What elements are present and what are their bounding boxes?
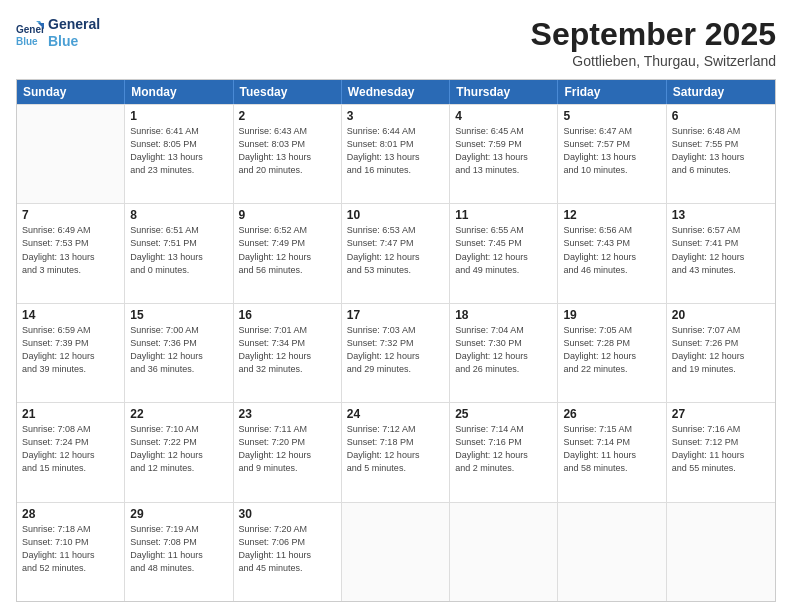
day-info: Sunrise: 7:11 AM Sunset: 7:20 PM Dayligh…: [239, 423, 336, 475]
day-number: 7: [22, 208, 119, 222]
day-info: Sunrise: 7:19 AM Sunset: 7:08 PM Dayligh…: [130, 523, 227, 575]
day-info: Sunrise: 6:59 AM Sunset: 7:39 PM Dayligh…: [22, 324, 119, 376]
day-number: 6: [672, 109, 770, 123]
calendar-header-cell: Friday: [558, 80, 666, 104]
calendar-day-cell: 25Sunrise: 7:14 AM Sunset: 7:16 PM Dayli…: [450, 403, 558, 501]
day-info: Sunrise: 7:07 AM Sunset: 7:26 PM Dayligh…: [672, 324, 770, 376]
calendar-header: SundayMondayTuesdayWednesdayThursdayFrid…: [17, 80, 775, 104]
calendar-day-cell: [17, 105, 125, 203]
calendar-day-cell: 21Sunrise: 7:08 AM Sunset: 7:24 PM Dayli…: [17, 403, 125, 501]
day-info: Sunrise: 6:56 AM Sunset: 7:43 PM Dayligh…: [563, 224, 660, 276]
calendar-body: 1Sunrise: 6:41 AM Sunset: 8:05 PM Daylig…: [17, 104, 775, 601]
calendar-day-cell: 18Sunrise: 7:04 AM Sunset: 7:30 PM Dayli…: [450, 304, 558, 402]
calendar-day-cell: 14Sunrise: 6:59 AM Sunset: 7:39 PM Dayli…: [17, 304, 125, 402]
calendar-day-cell: 28Sunrise: 7:18 AM Sunset: 7:10 PM Dayli…: [17, 503, 125, 601]
day-number: 24: [347, 407, 444, 421]
calendar: SundayMondayTuesdayWednesdayThursdayFrid…: [16, 79, 776, 602]
day-number: 11: [455, 208, 552, 222]
calendar-day-cell: 19Sunrise: 7:05 AM Sunset: 7:28 PM Dayli…: [558, 304, 666, 402]
logo-line1: General: [48, 16, 100, 33]
day-number: 19: [563, 308, 660, 322]
day-number: 13: [672, 208, 770, 222]
calendar-day-cell: 24Sunrise: 7:12 AM Sunset: 7:18 PM Dayli…: [342, 403, 450, 501]
day-info: Sunrise: 7:16 AM Sunset: 7:12 PM Dayligh…: [672, 423, 770, 475]
day-number: 18: [455, 308, 552, 322]
day-info: Sunrise: 7:04 AM Sunset: 7:30 PM Dayligh…: [455, 324, 552, 376]
day-info: Sunrise: 6:49 AM Sunset: 7:53 PM Dayligh…: [22, 224, 119, 276]
day-number: 1: [130, 109, 227, 123]
day-number: 14: [22, 308, 119, 322]
calendar-header-cell: Thursday: [450, 80, 558, 104]
day-info: Sunrise: 6:57 AM Sunset: 7:41 PM Dayligh…: [672, 224, 770, 276]
day-info: Sunrise: 7:18 AM Sunset: 7:10 PM Dayligh…: [22, 523, 119, 575]
calendar-day-cell: 20Sunrise: 7:07 AM Sunset: 7:26 PM Dayli…: [667, 304, 775, 402]
calendar-day-cell: [450, 503, 558, 601]
day-number: 15: [130, 308, 227, 322]
title-block: September 2025 Gottlieben, Thurgau, Swit…: [531, 16, 776, 69]
calendar-day-cell: 22Sunrise: 7:10 AM Sunset: 7:22 PM Dayli…: [125, 403, 233, 501]
calendar-day-cell: 15Sunrise: 7:00 AM Sunset: 7:36 PM Dayli…: [125, 304, 233, 402]
calendar-day-cell: 8Sunrise: 6:51 AM Sunset: 7:51 PM Daylig…: [125, 204, 233, 302]
day-info: Sunrise: 7:08 AM Sunset: 7:24 PM Dayligh…: [22, 423, 119, 475]
calendar-week-row: 7Sunrise: 6:49 AM Sunset: 7:53 PM Daylig…: [17, 203, 775, 302]
calendar-header-cell: Monday: [125, 80, 233, 104]
calendar-day-cell: 29Sunrise: 7:19 AM Sunset: 7:08 PM Dayli…: [125, 503, 233, 601]
day-info: Sunrise: 7:00 AM Sunset: 7:36 PM Dayligh…: [130, 324, 227, 376]
day-number: 12: [563, 208, 660, 222]
day-info: Sunrise: 6:44 AM Sunset: 8:01 PM Dayligh…: [347, 125, 444, 177]
calendar-day-cell: 9Sunrise: 6:52 AM Sunset: 7:49 PM Daylig…: [234, 204, 342, 302]
day-info: Sunrise: 7:14 AM Sunset: 7:16 PM Dayligh…: [455, 423, 552, 475]
calendar-header-cell: Saturday: [667, 80, 775, 104]
calendar-day-cell: 1Sunrise: 6:41 AM Sunset: 8:05 PM Daylig…: [125, 105, 233, 203]
calendar-day-cell: 27Sunrise: 7:16 AM Sunset: 7:12 PM Dayli…: [667, 403, 775, 501]
calendar-day-cell: 2Sunrise: 6:43 AM Sunset: 8:03 PM Daylig…: [234, 105, 342, 203]
calendar-header-cell: Sunday: [17, 80, 125, 104]
calendar-week-row: 14Sunrise: 6:59 AM Sunset: 7:39 PM Dayli…: [17, 303, 775, 402]
day-info: Sunrise: 6:41 AM Sunset: 8:05 PM Dayligh…: [130, 125, 227, 177]
day-info: Sunrise: 6:55 AM Sunset: 7:45 PM Dayligh…: [455, 224, 552, 276]
day-info: Sunrise: 7:15 AM Sunset: 7:14 PM Dayligh…: [563, 423, 660, 475]
logo: General Blue General Blue: [16, 16, 100, 50]
calendar-day-cell: [558, 503, 666, 601]
day-number: 3: [347, 109, 444, 123]
calendar-week-row: 21Sunrise: 7:08 AM Sunset: 7:24 PM Dayli…: [17, 402, 775, 501]
day-number: 17: [347, 308, 444, 322]
day-info: Sunrise: 7:20 AM Sunset: 7:06 PM Dayligh…: [239, 523, 336, 575]
day-info: Sunrise: 7:01 AM Sunset: 7:34 PM Dayligh…: [239, 324, 336, 376]
calendar-day-cell: 13Sunrise: 6:57 AM Sunset: 7:41 PM Dayli…: [667, 204, 775, 302]
day-number: 9: [239, 208, 336, 222]
day-number: 27: [672, 407, 770, 421]
month-title: September 2025: [531, 16, 776, 53]
day-number: 25: [455, 407, 552, 421]
calendar-day-cell: 23Sunrise: 7:11 AM Sunset: 7:20 PM Dayli…: [234, 403, 342, 501]
day-number: 22: [130, 407, 227, 421]
day-number: 16: [239, 308, 336, 322]
calendar-day-cell: 4Sunrise: 6:45 AM Sunset: 7:59 PM Daylig…: [450, 105, 558, 203]
calendar-day-cell: 12Sunrise: 6:56 AM Sunset: 7:43 PM Dayli…: [558, 204, 666, 302]
calendar-day-cell: 10Sunrise: 6:53 AM Sunset: 7:47 PM Dayli…: [342, 204, 450, 302]
day-number: 20: [672, 308, 770, 322]
day-info: Sunrise: 7:03 AM Sunset: 7:32 PM Dayligh…: [347, 324, 444, 376]
day-number: 10: [347, 208, 444, 222]
day-number: 4: [455, 109, 552, 123]
day-info: Sunrise: 6:47 AM Sunset: 7:57 PM Dayligh…: [563, 125, 660, 177]
calendar-day-cell: [667, 503, 775, 601]
calendar-day-cell: 30Sunrise: 7:20 AM Sunset: 7:06 PM Dayli…: [234, 503, 342, 601]
calendar-day-cell: [342, 503, 450, 601]
day-info: Sunrise: 6:53 AM Sunset: 7:47 PM Dayligh…: [347, 224, 444, 276]
day-info: Sunrise: 6:48 AM Sunset: 7:55 PM Dayligh…: [672, 125, 770, 177]
calendar-header-cell: Wednesday: [342, 80, 450, 104]
calendar-week-row: 28Sunrise: 7:18 AM Sunset: 7:10 PM Dayli…: [17, 502, 775, 601]
calendar-day-cell: 5Sunrise: 6:47 AM Sunset: 7:57 PM Daylig…: [558, 105, 666, 203]
subtitle: Gottlieben, Thurgau, Switzerland: [531, 53, 776, 69]
svg-text:Blue: Blue: [16, 36, 38, 47]
day-info: Sunrise: 7:10 AM Sunset: 7:22 PM Dayligh…: [130, 423, 227, 475]
calendar-day-cell: 16Sunrise: 7:01 AM Sunset: 7:34 PM Dayli…: [234, 304, 342, 402]
svg-text:General: General: [16, 24, 44, 35]
logo-line2: Blue: [48, 33, 100, 50]
calendar-day-cell: 11Sunrise: 6:55 AM Sunset: 7:45 PM Dayli…: [450, 204, 558, 302]
day-info: Sunrise: 6:43 AM Sunset: 8:03 PM Dayligh…: [239, 125, 336, 177]
day-number: 30: [239, 507, 336, 521]
day-info: Sunrise: 6:52 AM Sunset: 7:49 PM Dayligh…: [239, 224, 336, 276]
day-number: 29: [130, 507, 227, 521]
